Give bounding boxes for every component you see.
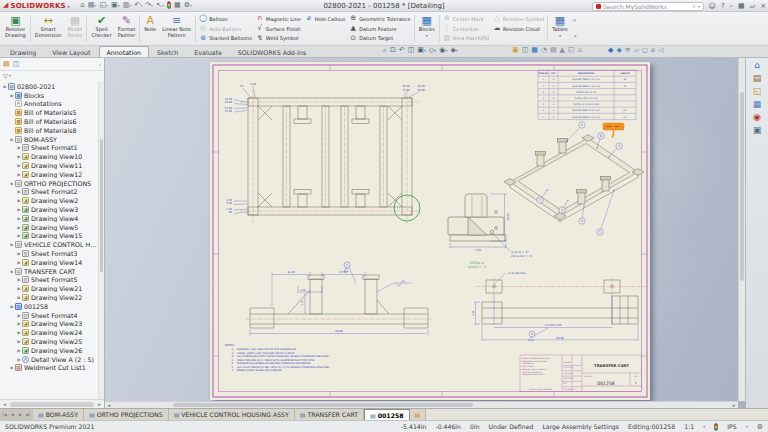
scale-dropdown-icon[interactable]: ▾ <box>703 424 705 429</box>
brand-expand-icon[interactable]: ▸ <box>68 3 71 9</box>
panel-horizontal-scrollbar[interactable]: ◂ ▸ <box>0 399 104 408</box>
magnetic-line-button[interactable]: ∩Magnetic Line <box>256 15 301 24</box>
solidworks-resources-icon[interactable]: ⌂ <box>754 61 760 70</box>
save-icon[interactable]: ▣▾ <box>111 2 120 9</box>
drawing-sheet[interactable]: ITEM NO.QTY.DESCRIPTIONLENGTH12SQUARE TU… <box>210 62 650 400</box>
sheet-tab-001258[interactable]: ▤001258 <box>364 409 410 420</box>
dimension-text[interactable]: 2X Ø .38 THRU <box>508 272 526 275</box>
file-explorer-icon[interactable]: ◱ <box>753 87 762 96</box>
toolbar-icon[interactable]: ▣ <box>512 47 519 54</box>
tab-drawing[interactable]: Drawing <box>2 46 44 57</box>
dimension-text[interactable]: 56.00 <box>335 330 343 333</box>
scroll-left-icon[interactable]: ◂ <box>0 401 9 407</box>
iso-view[interactable] <box>504 135 644 222</box>
bom-cell[interactable]: 4 <box>553 103 555 105</box>
performance-stoplight-icon[interactable] <box>714 423 718 431</box>
highlighted-annotation[interactable] <box>603 123 624 138</box>
tree-item-drawing-view25[interactable]: ▶◪Drawing View25 <box>0 337 98 346</box>
search-icon[interactable]: ⌕ <box>693 2 696 10</box>
scroll-right-icon[interactable]: ▸ <box>95 401 104 407</box>
sheet-scroll-button[interactable]: |◂ <box>1 412 8 417</box>
print-icon[interactable]: ▥▾ <box>123 2 132 9</box>
tree-item-bill-of-materials6[interactable]: ▦Bill of Materials6 <box>0 117 98 126</box>
bom-cell[interactable]: 21 <box>624 85 627 87</box>
dimension-text[interactable]: 18.30 <box>287 271 295 274</box>
bom-cell[interactable]: PLATE 0.375 X 3 X 4.5 <box>574 97 598 100</box>
scrollbar-thumb[interactable] <box>10 402 94 407</box>
area-hatch-fill-button[interactable]: ▨Area Hatch/Fill <box>443 34 489 43</box>
tree-item-sheet-format5[interactable]: ▶▥Sheet Format5 <box>0 276 98 285</box>
sheet-scroll-button[interactable]: ▸| <box>25 412 32 417</box>
dropdown-arrow-icon[interactable]: ▾ <box>426 33 428 38</box>
view-settings-icon[interactable]: ◈▾ <box>450 47 457 54</box>
balloon-number[interactable]: 3 <box>618 144 620 148</box>
dimension-text[interactable]: 4X Ø .31 ↧ .57 <box>511 251 529 254</box>
note-button[interactable]: ANote <box>141 13 159 44</box>
balloon-button[interactable]: ◯Balloon <box>199 15 252 24</box>
toolbar-icon[interactable]: ▱ <box>634 47 639 54</box>
spell-checker-button[interactable]: ✔Spell Checker <box>88 13 114 44</box>
toolbar-icon[interactable]: ◱ <box>568 47 575 54</box>
toolbar-icon[interactable]: ◁ <box>658 47 663 54</box>
tree-item-drawing-view2[interactable]: ▶◪Drawing View2 <box>0 196 98 205</box>
dropdown-arrow-icon[interactable]: ▾ <box>559 33 561 38</box>
toolbar-icon[interactable]: ◻ <box>642 47 648 54</box>
sheet-tab-bom-assy[interactable]: ▤BOM-ASSY <box>33 409 84 420</box>
bom-cell[interactable]: PLATE 0.5 X 3.06 X 1.88 <box>573 103 599 106</box>
tree-item-transfer-cart[interactable]: ▶▤TRANSFER CART <box>0 267 98 276</box>
display-style-icon[interactable]: ◇▾ <box>429 47 436 54</box>
bom-header[interactable]: DESCRIPTION <box>578 72 594 75</box>
dimension-text[interactable]: 13.125±.010 <box>544 324 561 327</box>
tree-item-001258[interactable]: ▶▤001258 <box>0 302 98 311</box>
new-document-icon[interactable]: ▤▾ <box>88 2 97 9</box>
balloon-number[interactable]: 1 <box>581 123 583 127</box>
previous-view-icon[interactable]: ↶ <box>399 47 405 54</box>
home-icon[interactable]: ⌂ <box>80 2 84 9</box>
tree-item-vehicle-control-housing-assy[interactable]: ▶▤VEHICLE CONTROL HOUSING ASSY <box>0 240 98 249</box>
dimension-text[interactable]: 26.00 <box>556 337 564 340</box>
tab-annotation[interactable]: Annotation <box>99 46 150 57</box>
toolbar-icon[interactable]: ◆ <box>608 47 613 54</box>
tree-item-drawing-view14[interactable]: ▶◪Drawing View14 <box>0 258 98 267</box>
bom-table[interactable]: ITEM NO.QTY.DESCRIPTIONLENGTH12SQUARE TU… <box>538 70 636 120</box>
detail-view[interactable] <box>448 194 506 241</box>
plan-view[interactable] <box>248 98 412 215</box>
window-layout-icon[interactable]: ▦ <box>738 2 745 10</box>
search-dropdown-icon[interactable]: ▾ <box>698 4 700 9</box>
dimension-text[interactable]: .75 <box>239 85 243 88</box>
dimension-text[interactable]: .50 <box>228 211 232 214</box>
close-icon[interactable]: × <box>760 2 766 10</box>
centerline-button[interactable]: ┆Centerline <box>443 24 489 33</box>
units-dropdown-icon[interactable]: ▾ <box>746 424 748 429</box>
tree-item-drawing-view3[interactable]: ▶◪Drawing View3 <box>0 205 98 214</box>
options-icon[interactable]: ⚙▾ <box>184 2 192 9</box>
bom-cell[interactable]: 3 <box>543 91 545 94</box>
section-view-icon[interactable]: ◫ <box>408 47 415 54</box>
minimize-icon[interactable]: – <box>730 2 734 10</box>
dimension-text[interactable]: 3.50 <box>226 202 232 205</box>
bom-cell[interactable]: 56 <box>624 78 627 81</box>
bom-cell[interactable]: 4 <box>553 97 555 99</box>
bom-cell[interactable]: 1 <box>543 78 545 80</box>
tab-solidworks-add-ins[interactable]: SOLIDWORKS Add-Ins <box>230 46 314 57</box>
toolbar-icon[interactable]: ⌀ <box>651 47 655 54</box>
format-painter-button[interactable]: ✎Format Painter <box>115 13 139 44</box>
tree-item-drawing-view26[interactable]: ▶◪Drawing View26 <box>0 346 98 355</box>
tab-sketch[interactable]: Sketch <box>149 46 186 57</box>
tree-item-drawing-view10[interactable]: ▶◪Drawing View10 <box>0 152 98 161</box>
add-sheet-button[interactable]: ▤ <box>410 409 427 420</box>
view-orientation-icon[interactable]: ▣▾ <box>417 47 426 54</box>
tree-item-drawing-view24[interactable]: ▶◪Drawing View24 <box>0 328 98 337</box>
appearances-icon[interactable]: ◉ <box>753 113 761 122</box>
bom-cell[interactable]: PLATE 0.25 X 3 X 3 <box>576 91 596 94</box>
bom-cell[interactable]: SQUARE TUBE 2 X 2 X 1/4 <box>573 116 601 119</box>
flag-number[interactable]: 1 <box>346 263 348 267</box>
dimension-text[interactable]: 17.29 <box>339 271 347 274</box>
tab-view-layout[interactable]: View Layout <box>44 46 98 57</box>
tree-item-blocks[interactable]: ▶▦Blocks <box>0 91 98 100</box>
notes-title[interactable]: NOTES: <box>225 344 235 347</box>
tree-item-drawing-view15[interactable]: ▶◪Drawing View15 <box>0 232 98 241</box>
select-icon[interactable]: ↖▾ <box>156 2 164 9</box>
balloon-number[interactable]: 7 <box>539 198 541 202</box>
sheet-scroll-button[interactable]: ▸ <box>17 412 24 417</box>
